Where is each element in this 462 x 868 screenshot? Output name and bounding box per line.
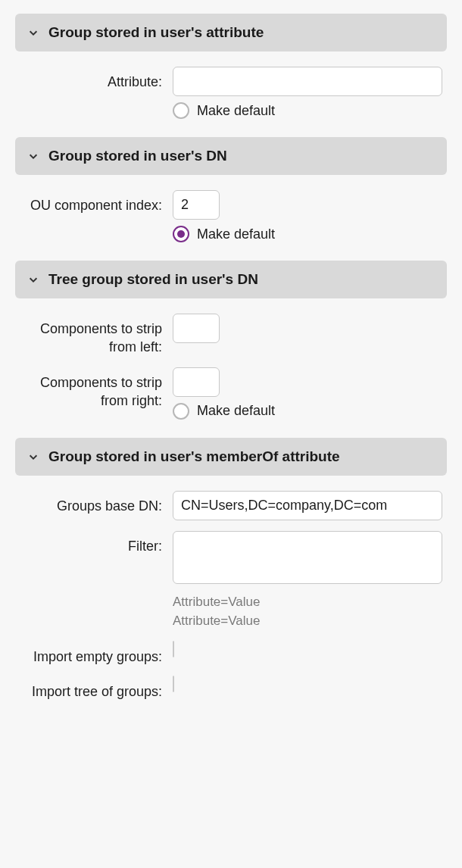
attribute-input[interactable] [173,67,442,96]
section-group-user-dn: Group stored in user's DN OU component i… [15,137,447,242]
section-title: Group stored in user's DN [48,148,227,164]
ou-index-label: OU component index: [15,190,173,214]
chevron-down-icon [27,451,39,463]
section-header-tree-dn[interactable]: Tree group stored in user's DN [15,261,447,298]
make-default-label: Make default [197,403,275,419]
chevron-down-icon [27,150,39,162]
make-default-radio-tree[interactable] [173,403,189,420]
strip-left-label: Components to strip from left: [15,314,173,357]
strip-left-input[interactable] [173,314,220,343]
section-tree-group-dn: Tree group stored in user's DN Component… [15,261,447,420]
section-group-memberof: Group stored in user's memberOf attribut… [15,438,447,701]
import-tree-checkbox[interactable] [173,676,174,692]
make-default-label: Make default [197,103,275,119]
ou-index-input[interactable] [173,190,220,220]
make-default-radio-dn[interactable] [173,226,189,242]
strip-right-label: Components to strip from right: [15,367,173,411]
filter-input[interactable] [173,531,442,584]
make-default-label: Make default [197,226,275,242]
make-default-radio-attr[interactable] [173,102,189,119]
section-header-user-dn[interactable]: Group stored in user's DN [15,137,447,175]
import-empty-checkbox[interactable] [173,641,174,657]
section-title: Group stored in user's attribute [48,24,264,41]
section-title: Tree group stored in user's DN [48,271,258,288]
filter-hint: Attribute=Value Attribute=Value [173,592,447,631]
filter-label: Filter: [15,531,173,555]
chevron-down-icon [27,273,39,286]
section-group-user-attribute: Group stored in user's attribute Attribu… [15,14,447,119]
import-empty-label: Import empty groups: [15,642,173,666]
section-header-user-attribute[interactable]: Group stored in user's attribute [15,14,447,52]
attribute-label: Attribute: [15,67,173,91]
section-header-memberof[interactable]: Group stored in user's memberOf attribut… [15,438,447,476]
section-title: Group stored in user's memberOf attribut… [48,448,340,465]
import-tree-label: Import tree of groups: [15,676,173,701]
strip-right-input [173,367,220,397]
chevron-down-icon [27,27,39,39]
groups-base-dn-label: Groups base DN: [15,491,173,515]
groups-base-dn-input[interactable] [173,491,442,520]
